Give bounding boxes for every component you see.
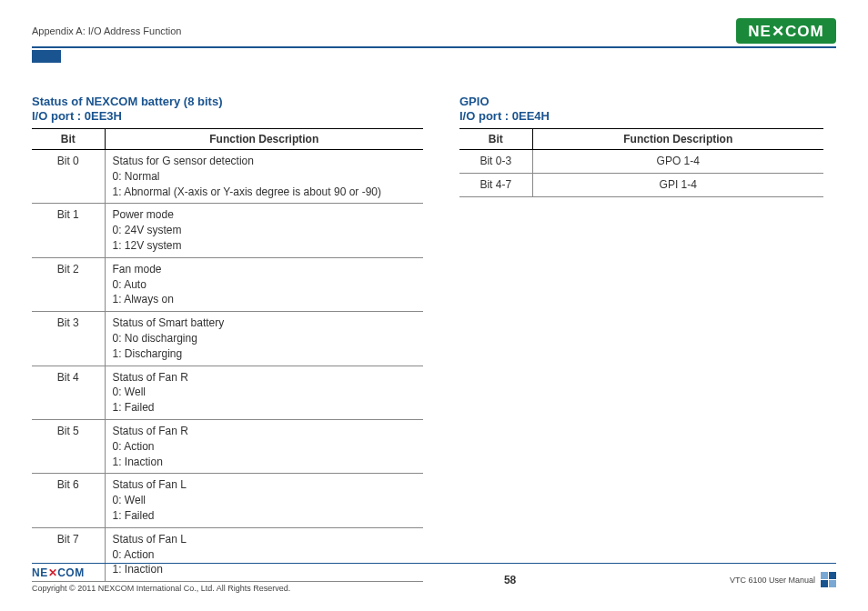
page-number: 58	[504, 574, 516, 586]
bit-cell: Bit 1	[32, 204, 105, 257]
desc-cell: Status of Smart battery 0: No dischargin…	[105, 312, 423, 366]
page-footer: NE✕COM Copyright © 2011 NEXCOM Internati…	[32, 563, 836, 593]
col-desc-header: Function Description	[105, 129, 423, 150]
right-column: GPIO I/O port : 0EE4H Bit Function Descr…	[459, 95, 823, 582]
table-row: Bit 6Status of Fan L 0: Well 1: Failed	[32, 474, 423, 527]
desc-cell: Fan mode 0: Auto 1: Always on	[105, 257, 423, 311]
bit-cell: Bit 4-7	[459, 173, 532, 196]
footer-squares-icon	[821, 572, 836, 587]
desc-cell: Power mode 0: 24V system 1: 12V system	[105, 204, 423, 257]
desc-cell: Status of Fan L 0: Well 1: Failed	[105, 474, 423, 527]
svg-text:NE✕COM: NE✕COM	[748, 23, 823, 40]
nexcom-logo: NE✕COM	[736, 18, 836, 44]
bit-cell: Bit 0-3	[459, 150, 532, 174]
table-row: Bit 4-7GPI 1-4	[459, 173, 823, 196]
col-desc-header: Function Description	[532, 129, 823, 150]
desc-cell: Status of Fan R 0: Well 1: Failed	[105, 366, 423, 419]
footer-nexcom-logo: NE✕COM	[32, 566, 290, 580]
bit-cell: Bit 0	[32, 150, 105, 204]
bit-cell: Bit 5	[32, 419, 105, 473]
battery-status-table: Bit Function Description Bit 0Status for…	[32, 128, 423, 582]
col-bit-header: Bit	[32, 129, 105, 150]
bit-cell: Bit 3	[32, 312, 105, 366]
left-subtitle: I/O port : 0EE3H	[32, 109, 423, 123]
page-header: Appendix A: I/O Address Function NE✕COM	[32, 18, 836, 48]
header-title: Appendix A: I/O Address Function	[32, 25, 181, 36]
bit-cell: Bit 6	[32, 474, 105, 527]
right-subtitle: I/O port : 0EE4H	[459, 109, 823, 123]
svg-text:NE✕COM: NE✕COM	[32, 566, 85, 578]
left-title: Status of NEXCOM battery (8 bits)	[32, 95, 423, 108]
manual-name: VTC 6100 User Manual	[730, 576, 815, 585]
table-row: Bit 3Status of Smart battery 0: No disch…	[32, 312, 423, 366]
left-column: Status of NEXCOM battery (8 bits) I/O po…	[32, 95, 423, 582]
blue-accent-bar	[32, 50, 61, 63]
main-content: Status of NEXCOM battery (8 bits) I/O po…	[32, 95, 836, 582]
desc-cell: Status for G sensor detection 0: Normal …	[105, 150, 423, 204]
bit-cell: Bit 2	[32, 257, 105, 311]
table-row: Bit 0Status for G sensor detection 0: No…	[32, 150, 423, 204]
gpio-table: Bit Function Description Bit 0-3GPO 1-4B…	[459, 128, 823, 197]
table-row: Bit 1Power mode 0: 24V system 1: 12V sys…	[32, 204, 423, 257]
right-title: GPIO	[459, 95, 823, 108]
bit-cell: Bit 4	[32, 366, 105, 419]
table-row: Bit 5Status of Fan R 0: Action 1: Inacti…	[32, 419, 423, 473]
table-row: Bit 2Fan mode 0: Auto 1: Always on	[32, 257, 423, 311]
desc-cell: GPI 1-4	[532, 173, 823, 196]
table-row: Bit 4Status of Fan R 0: Well 1: Failed	[32, 366, 423, 419]
desc-cell: Status of Fan R 0: Action 1: Inaction	[105, 419, 423, 473]
table-row: Bit 0-3GPO 1-4	[459, 150, 823, 174]
desc-cell: GPO 1-4	[532, 150, 823, 174]
copyright-text: Copyright © 2011 NEXCOM International Co…	[32, 584, 290, 593]
col-bit-header: Bit	[459, 129, 532, 150]
